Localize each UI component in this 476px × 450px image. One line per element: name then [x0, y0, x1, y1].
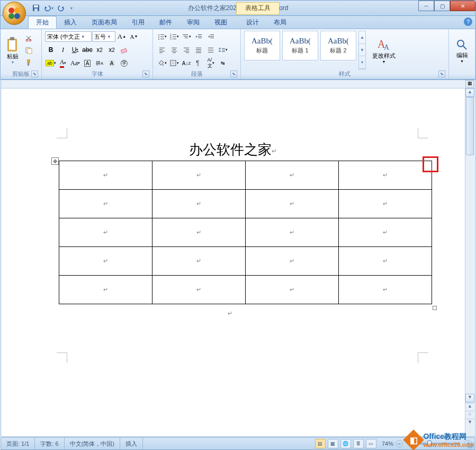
increase-indent-button[interactable]: [205, 31, 217, 42]
prev-page[interactable]: ▲: [465, 403, 474, 411]
table-cell[interactable]: ↵: [59, 161, 152, 190]
minimize-button[interactable]: ─: [418, 1, 434, 11]
italic-button[interactable]: I: [57, 44, 69, 56]
clipboard-launcher[interactable]: ⬊: [31, 70, 38, 77]
status-language[interactable]: 中文(简体，中国): [65, 438, 120, 449]
snap-button[interactable]: ↹: [217, 57, 229, 69]
undo-button[interactable]: ▼: [43, 2, 55, 14]
styles-launcher[interactable]: ⬊: [438, 70, 445, 77]
numbering-button[interactable]: 123▾: [168, 31, 180, 42]
table-cell[interactable]: ↵: [245, 218, 338, 247]
sort-button[interactable]: A↓Z: [181, 57, 192, 69]
editing-button[interactable]: 编辑▼: [454, 31, 471, 71]
document-heading[interactable]: 办公软件之家↵: [19, 140, 447, 159]
superscript-button[interactable]: x2: [106, 44, 118, 56]
style-item-1[interactable]: AaBb(标题 1: [282, 31, 318, 60]
style-item-0[interactable]: AaBb(标题: [244, 31, 280, 60]
table-cell[interactable]: ↵: [338, 190, 432, 218]
paragraph-launcher[interactable]: ⬊: [230, 70, 237, 77]
view-draft[interactable]: ▭: [366, 439, 376, 448]
char-border-button[interactable]: A: [82, 57, 93, 69]
ruler-toggle[interactable]: ▦: [465, 80, 474, 87]
copy-button[interactable]: [23, 45, 34, 56]
save-button[interactable]: [30, 2, 42, 14]
table-cell[interactable]: ↵: [245, 247, 338, 276]
table-cell[interactable]: ↵: [338, 276, 432, 304]
clear-format-button[interactable]: [118, 44, 130, 56]
table-cell[interactable]: ↵: [59, 190, 152, 218]
table-cell[interactable]: ↵: [59, 247, 152, 276]
justify-button[interactable]: [193, 44, 204, 56]
phonetic-button[interactable]: 拼A: [94, 57, 105, 69]
table-cell[interactable]: ↵: [59, 276, 152, 304]
tab-layout[interactable]: 布局: [266, 16, 294, 29]
zoom-out[interactable]: −: [396, 440, 403, 447]
bullets-button[interactable]: ▾: [156, 31, 168, 42]
view-fullscreen[interactable]: ▦: [328, 439, 338, 448]
tab-design[interactable]: 设计: [239, 16, 266, 29]
select-browse[interactable]: ○: [465, 411, 474, 419]
view-web[interactable]: 🌐: [340, 439, 351, 448]
tab-view[interactable]: 视图: [207, 16, 235, 29]
view-outline[interactable]: ≣: [353, 439, 364, 448]
char-shading-button[interactable]: A: [106, 57, 118, 69]
style-item-2[interactable]: AaBb(标题 2: [320, 31, 356, 60]
document-table[interactable]: ↵↵↵↵ ↵↵↵↵ ↵↵↵↵ ↵↵↵↵ ↵↵↵↵: [59, 161, 432, 304]
table-cell[interactable]: ↵: [338, 161, 432, 190]
align-center-button[interactable]: [168, 44, 180, 56]
cut-button[interactable]: [23, 32, 34, 44]
decrease-indent-button[interactable]: [193, 31, 204, 42]
bold-button[interactable]: B: [45, 44, 57, 56]
align-left-button[interactable]: [156, 44, 168, 56]
asian-layout-button[interactable]: A/文▾: [205, 57, 217, 69]
table-cell[interactable]: ↵: [245, 161, 338, 190]
tab-review[interactable]: 审阅: [179, 16, 207, 29]
grow-font-button[interactable]: A▲: [116, 31, 128, 42]
help-button[interactable]: ?: [464, 17, 472, 26]
table-cell[interactable]: ↵: [152, 161, 245, 190]
vertical-scrollbar[interactable]: ▲ ▲ ○ ▼ ▼: [465, 89, 474, 436]
shrink-font-button[interactable]: A▼: [128, 31, 140, 42]
change-styles-button[interactable]: AA 更改样式▼: [370, 31, 398, 69]
table-cell[interactable]: ↵: [245, 190, 338, 218]
table-cell[interactable]: ↵: [59, 218, 152, 247]
font-color-button[interactable]: A▾: [57, 57, 69, 69]
document-scroll[interactable]: 办公软件之家↵ ✥ ↵↵↵↵ ↵↵↵↵ ↵↵↵↵ ↵↵↵↵ ↵↵↵↵ ↵: [1, 89, 464, 436]
table-cell[interactable]: ↵: [152, 247, 245, 276]
highlight-button[interactable]: ab▾: [45, 57, 57, 69]
tab-references[interactable]: 引用: [124, 16, 152, 29]
zoom-level[interactable]: 74%: [382, 440, 393, 447]
scroll-up[interactable]: ▲: [465, 89, 474, 97]
font-size-combo[interactable]: 五号▼: [92, 31, 115, 42]
table-cell[interactable]: ↵: [152, 276, 245, 304]
maximize-button[interactable]: ▢: [434, 1, 450, 11]
enclose-char-button[interactable]: 字: [118, 57, 130, 69]
table-cell[interactable]: ↵: [338, 218, 432, 247]
underline-button[interactable]: U▾: [69, 44, 81, 56]
table-cell[interactable]: ↵: [338, 247, 432, 276]
format-painter-button[interactable]: [23, 57, 34, 68]
status-mode[interactable]: 插入: [120, 438, 143, 449]
scroll-down[interactable]: ▼: [465, 394, 474, 402]
table-resize-handle[interactable]: [433, 306, 437, 310]
table-cell[interactable]: ↵: [245, 276, 338, 304]
table-move-handle[interactable]: ✥: [51, 157, 59, 165]
close-button[interactable]: ✕: [450, 1, 475, 11]
align-right-button[interactable]: [181, 44, 192, 56]
multilevel-button[interactable]: ▾: [181, 31, 192, 42]
tab-home[interactable]: 开始: [28, 16, 57, 29]
view-print-layout[interactable]: ▤: [315, 439, 326, 448]
subscript-button[interactable]: x2: [94, 44, 105, 56]
table-cell[interactable]: ↵: [152, 218, 245, 247]
change-case-button[interactable]: Aa▾: [69, 57, 81, 69]
office-button[interactable]: [3, 2, 26, 25]
style-up[interactable]: ▲: [359, 31, 365, 44]
style-down[interactable]: ▼: [359, 44, 365, 57]
line-spacing-button[interactable]: ▾: [217, 44, 229, 56]
status-page[interactable]: 页面: 1/1: [1, 438, 35, 449]
show-marks-button[interactable]: ¶: [193, 57, 204, 69]
tab-mailings[interactable]: 邮件: [152, 16, 179, 29]
redo-button[interactable]: [56, 2, 67, 14]
qat-customize[interactable]: ▾: [68, 2, 75, 14]
borders-button[interactable]: ▾: [168, 57, 180, 69]
